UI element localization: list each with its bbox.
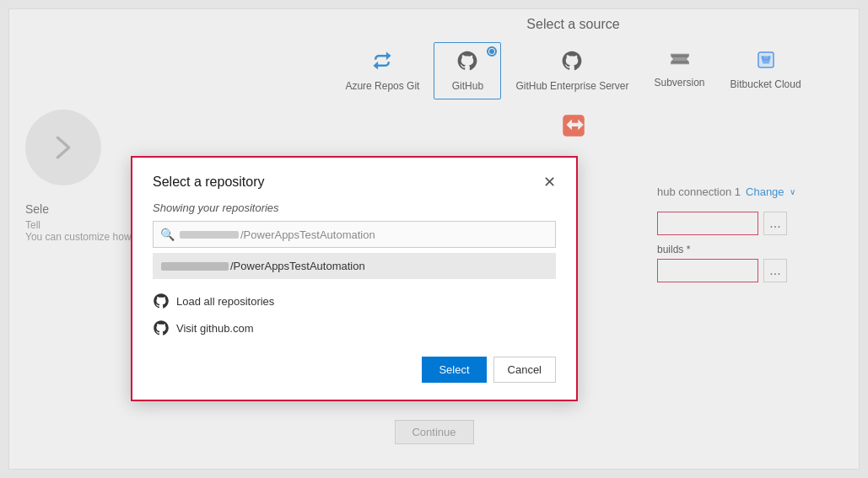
dialog-header: Select a repository ✕	[153, 175, 556, 190]
github-load-icon	[153, 293, 170, 309]
search-row: 🔍 /PowerAppsTestAutomation	[153, 221, 556, 248]
dialog-title: Select a repository	[153, 175, 265, 190]
repo-blur	[161, 262, 229, 271]
search-icon: 🔍	[160, 228, 175, 241]
load-all-repositories-row[interactable]: Load all repositories	[153, 287, 556, 314]
repo-result-row[interactable]: /PowerAppsTestAutomation	[153, 253, 556, 279]
showing-label: Showing your repositories	[153, 201, 556, 214]
load-all-label: Load all repositories	[176, 295, 274, 308]
search-value: /PowerAppsTestAutomation	[240, 228, 375, 241]
repo-result-text: /PowerAppsTestAutomation	[230, 260, 365, 272]
dialog-footer: Select Cancel	[153, 357, 556, 383]
search-blur	[180, 231, 239, 239]
select-repository-dialog: Select a repository ✕ Showing your repos…	[131, 156, 578, 401]
select-button[interactable]: Select	[422, 357, 486, 383]
cancel-button[interactable]: Cancel	[493, 357, 556, 383]
visit-github-row[interactable]: Visit github.com	[153, 314, 556, 341]
visit-github-label: Visit github.com	[176, 322, 254, 335]
github-visit-icon	[153, 320, 170, 336]
dialog-close-button[interactable]: ✕	[543, 175, 556, 190]
